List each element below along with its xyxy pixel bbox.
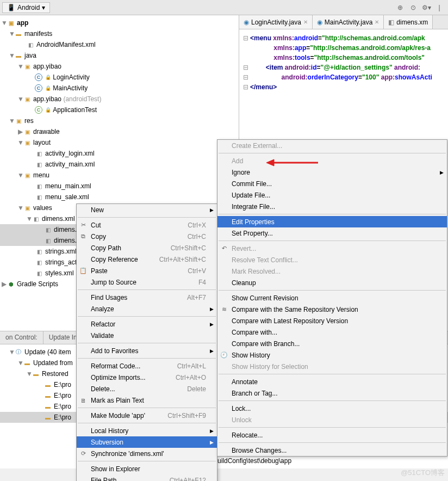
tree-node-activity-main[interactable]: ◧activity_main.xml	[0, 159, 239, 170]
tree-node-login[interactable]: C🔒 LoginActivity	[0, 72, 239, 83]
xml-file-icon: ◧	[388, 18, 394, 26]
menu-copy[interactable]: ⧉CopyCtrl+C	[77, 231, 217, 242]
watermark: @51CTO博客	[401, 468, 445, 478]
svn-show-current[interactable]: Show Current Revision	[217, 292, 447, 304]
xml-file-icon: ◧	[43, 236, 52, 245]
module-selector[interactable]: 📱 Android ▾	[2, 2, 50, 13]
menu-refactor[interactable]: Refactor▶	[77, 318, 217, 330]
svn-lock[interactable]: Lock...	[217, 403, 447, 414]
menu-mark-plain[interactable]: 🗎Mark as Plain Text	[77, 394, 217, 406]
xml-file-icon: ◧	[35, 269, 43, 278]
fold-icon[interactable]: ⊟	[241, 73, 250, 82]
menu-analyze[interactable]: Analyze▶	[77, 303, 217, 314]
menu-jump[interactable]: Jump to SourceF4	[77, 276, 217, 288]
menu-local-history[interactable]: Local History▶	[77, 425, 217, 436]
tree-node-drawable[interactable]: ▶▣drawable	[0, 126, 239, 137]
menu-copy-ref[interactable]: Copy ReferenceCtrl+Alt+Shift+C	[77, 254, 217, 265]
tree-node-manifests[interactable]: ▼▬manifests	[0, 28, 239, 39]
menu-new[interactable]: New▶	[77, 204, 217, 215]
menu-file-path[interactable]: File PathCtrl+Alt+F12	[77, 474, 217, 481]
svn-set-property[interactable]: Set Property...	[217, 227, 447, 239]
folder-icon: ▣	[23, 127, 32, 136]
menu-validate[interactable]: Validate	[77, 330, 217, 341]
close-tab-icon[interactable]: ✕	[303, 19, 308, 25]
menu-subversion[interactable]: Subversion▶	[77, 436, 217, 448]
tree-node-layout[interactable]: ▼▣layout	[0, 137, 239, 148]
svn-commit[interactable]: Commit File...	[217, 178, 447, 189]
menu-paste[interactable]: 📋PasteCtrl+V	[77, 265, 217, 276]
tree-node-res[interactable]: ▼▣res	[0, 115, 239, 126]
submenu-arrow-icon: ▶	[210, 440, 214, 445]
target-icon[interactable]: ⊙	[407, 1, 420, 14]
tree-node-menu-main[interactable]: ◧menu_main.xml	[0, 181, 239, 192]
xml-file-icon: ◧	[35, 160, 43, 169]
context-menu[interactable]: New▶ ✂CutCtrl+X ⧉CopyCtrl+C Copy PathCtr…	[76, 203, 217, 481]
menu-optimize[interactable]: Optimize Imports...Ctrl+Alt+O	[77, 372, 217, 383]
editor-tab-login[interactable]: ◉LoginActivity.java✕	[239, 15, 313, 29]
java-file-icon: ◉	[317, 18, 322, 26]
collapse-icon[interactable]: ⊕	[394, 1, 407, 14]
tree-node-activity-login[interactable]: ◧activity_login.xml	[0, 148, 239, 159]
svn-cleanup[interactable]: Cleanup	[217, 277, 447, 288]
menu-delete[interactable]: Delete...Delete	[77, 383, 217, 394]
tree-node-menu-sale[interactable]: ◧menu_sale.xml	[0, 192, 239, 202]
tree-node-app[interactable]: ▼▣app	[0, 17, 239, 28]
svn-update[interactable]: Update File...	[217, 189, 447, 201]
menu-cut[interactable]: ✂CutCtrl+X	[77, 219, 217, 231]
submenu-arrow-icon: ▶	[210, 348, 214, 354]
menu-show-explorer[interactable]: Show in Explorer	[77, 463, 217, 474]
svn-compare-same[interactable]: ≋Compare with the Same Repository Versio…	[217, 304, 447, 315]
menu-separator	[78, 289, 216, 290]
svn-edit-properties[interactable]: Edit Properties	[217, 216, 447, 227]
bottom-tab-control[interactable]: on Control:	[0, 331, 43, 344]
menu-separator	[219, 400, 446, 401]
close-tab-icon[interactable]: ✕	[375, 19, 379, 25]
fold-icon[interactable]: ⊟	[241, 34, 250, 43]
svn-add: Add	[217, 155, 447, 166]
menu-synchronize[interactable]: ⟳Synchronize 'dimens.xml'	[77, 448, 217, 459]
svn-integrate[interactable]: Integrate File...	[217, 201, 447, 212]
folder-icon: ▬	[14, 29, 23, 38]
gear-icon[interactable]: ⚙▾	[420, 1, 433, 14]
svn-submenu[interactable]: Create External... Add Ignore▶ Commit Fi…	[217, 139, 447, 457]
svn-show-history[interactable]: 🕘Show History	[217, 349, 447, 361]
folder-icon: ▣	[23, 138, 32, 147]
svn-revert: ↶Revert...	[217, 243, 447, 254]
diff-icon: ≋	[220, 306, 228, 313]
result-row[interactable]: uildConfig\test\debug\app	[0, 455, 448, 466]
svn-ignore[interactable]: Ignore▶	[217, 166, 447, 178]
tree-node-menu[interactable]: ▼▣menu	[0, 170, 239, 181]
tree-node-java[interactable]: ▼▬java	[0, 50, 239, 61]
menu-add-favorites[interactable]: Add to Favorites▶	[77, 345, 217, 356]
menu-separator	[78, 423, 216, 423]
menu-find-usages[interactable]: Find UsagesAlt+F7	[77, 292, 217, 303]
tree-node-main[interactable]: C🔒 MainActivity	[0, 83, 239, 94]
editor-tab-dimens[interactable]: ◧dimens.xm	[384, 15, 433, 29]
xml-file-icon: ◧	[35, 258, 43, 267]
folder-icon: ▬	[14, 51, 23, 60]
tree-node-apptest[interactable]: C🔒 ApplicationTest	[0, 104, 239, 115]
folder-icon: ▬	[23, 359, 32, 367]
svn-compare-branch[interactable]: Compare with Branch...	[217, 338, 447, 349]
xml-file-icon: ◧	[35, 247, 43, 256]
menu-reformat[interactable]: Reformat Code...Ctrl+Alt+L	[77, 360, 217, 372]
svn-relocate[interactable]: Relocate...	[217, 429, 447, 441]
menu-copy-path[interactable]: Copy PathCtrl+Shift+C	[77, 242, 217, 254]
svn-branch-tag[interactable]: Branch or Tag...	[217, 387, 447, 399]
xml-file-icon: ◧	[32, 214, 40, 223]
submenu-arrow-icon: ▶	[210, 428, 214, 434]
tree-node-package[interactable]: ▼▣app.yibao	[0, 61, 239, 72]
editor-tab-main[interactable]: ◉MainActivity.java✕	[313, 15, 384, 29]
svn-unlock: Unlock	[217, 414, 447, 425]
top-toolbar: 📱 Android ▾ ⊕ ⊙ ⚙▾ |	[0, 0, 448, 15]
fold-icon[interactable]: ⊟	[241, 83, 250, 92]
tree-node-package-test[interactable]: ▼▣app.yibao (androidTest)	[0, 94, 239, 104]
fold-icon[interactable]: ⊟	[241, 63, 250, 72]
svn-browse-changes[interactable]: Browse Changes...	[217, 445, 447, 456]
svn-annotate[interactable]: Annotate	[217, 376, 447, 387]
tree-node-manifest-file[interactable]: ◧AndroidManifest.xml	[0, 39, 239, 50]
menu-make-module[interactable]: Make Module 'app'Ctrl+Shift+F9	[77, 410, 217, 421]
svn-compare-with[interactable]: Compare with...	[217, 326, 447, 338]
svn-compare-latest[interactable]: Compare with Latest Repository Version	[217, 315, 447, 326]
submenu-arrow-icon: ▶	[210, 207, 214, 213]
